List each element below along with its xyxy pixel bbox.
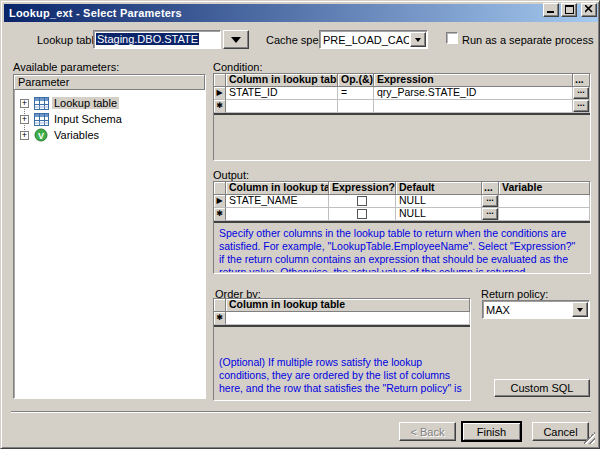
output-panel: Column in lookup table Expression? Defau… [213, 181, 591, 274]
order-by-help-text: (Optional) If multiple rows satisfy the … [219, 356, 465, 397]
maximize-button[interactable] [561, 3, 577, 17]
condition-label: Condition: [213, 61, 263, 73]
ellipsis-button[interactable]: ... [482, 208, 498, 220]
order-by-panel: Column in lookup table ✱ (Optional) If m… [213, 298, 471, 401]
cancel-button[interactable]: Cancel [532, 422, 589, 441]
finish-button[interactable]: Finish [462, 422, 521, 441]
condition-cell-expression[interactable] [374, 100, 573, 113]
output-help-text: Specify other columns in the lookup tabl… [219, 227, 581, 272]
run-separate-process-checkbox[interactable] [446, 32, 458, 44]
condition-grid: Column in lookup table Op.(&) Expression… [214, 74, 590, 115]
expand-plus-icon[interactable]: + [20, 131, 29, 140]
return-policy-label: Return policy: [481, 288, 548, 300]
row-new-icon[interactable]: ✱ [214, 312, 226, 325]
output-col-variable[interactable]: Variable [499, 182, 590, 195]
output-row-new[interactable]: ✱ NULL ... [214, 208, 590, 221]
output-col-expression[interactable]: Expression? [329, 182, 396, 195]
cache-spec-combobox[interactable]: PRE_LOAD_CACHE [319, 30, 428, 49]
order-by-row-new[interactable]: ✱ [214, 312, 470, 325]
close-button[interactable] [581, 3, 597, 17]
condition-cell-op[interactable] [338, 100, 374, 113]
footer-divider [11, 411, 591, 413]
close-icon [585, 5, 593, 13]
tree-item-label[interactable]: Lookup table [52, 97, 119, 109]
lookup-ext-dialog: Lookup_ext - Select Parameters Lookup ta… [0, 0, 600, 449]
order-by-cell-column[interactable] [226, 312, 470, 325]
tree-item-lookup-table[interactable]: + Lookup table [14, 95, 205, 111]
output-cell-default[interactable]: NULL [396, 195, 482, 208]
ellipsis-button[interactable]: ... [573, 100, 589, 112]
chevron-down-icon [415, 38, 421, 42]
maximize-icon [565, 5, 574, 14]
output-cell-expression[interactable] [329, 195, 396, 208]
output-header-row: Column in lookup table Expression? Defau… [214, 182, 590, 195]
tree-item-variables[interactable]: + V Variables [14, 127, 205, 143]
condition-cell-column[interactable] [226, 100, 338, 113]
row-new-icon[interactable]: ✱ [214, 208, 226, 221]
tree-item-label[interactable]: Input Schema [52, 113, 124, 125]
order-by-header-row: Column in lookup table [214, 299, 470, 312]
return-policy-value: MAX [483, 304, 571, 316]
row-selector-icon[interactable]: ▶ [214, 87, 226, 100]
chevron-down-icon [231, 37, 241, 43]
cache-spec-value: PRE_LOAD_CACHE [320, 34, 409, 46]
svg-text:V: V [38, 131, 44, 141]
lookup-table-dropdown-button[interactable] [223, 30, 249, 49]
expression-checkbox[interactable] [357, 209, 367, 219]
output-col-more: ... [482, 182, 499, 195]
run-separate-process-label: Run as a separate process [462, 34, 593, 46]
chevron-down-icon [577, 308, 583, 312]
output-cell-variable[interactable] [499, 208, 590, 221]
expression-checkbox[interactable] [357, 196, 367, 206]
condition-cell-column[interactable]: STATE_ID [226, 87, 338, 100]
expand-plus-icon[interactable]: + [20, 115, 29, 124]
return-policy-combobox[interactable]: MAX [482, 300, 590, 319]
lookup-table-input[interactable]: Staging.DBO.STATE [93, 30, 221, 49]
condition-col-column[interactable]: Column in lookup table [226, 74, 338, 87]
output-cell-expression[interactable] [329, 208, 396, 221]
table-icon [34, 112, 49, 126]
condition-cell-op[interactable]: = [338, 87, 374, 100]
minimize-icon [547, 11, 555, 14]
tree-item-label[interactable]: Variables [52, 129, 101, 141]
tree-column-header[interactable]: Parameter [14, 75, 205, 90]
condition-cell-expression[interactable]: qry_Parse.STATE_ID [374, 87, 573, 100]
back-button[interactable]: < Back [399, 422, 456, 441]
row-new-icon[interactable]: ✱ [214, 100, 226, 113]
condition-col-op[interactable]: Op.(&) [338, 74, 374, 87]
table-icon [34, 96, 49, 110]
output-grid: Column in lookup table Expression? Defau… [214, 182, 590, 223]
output-row[interactable]: ▶ STATE_NAME NULL ... [214, 195, 590, 208]
available-parameters-label: Available parameters: [13, 61, 119, 73]
tree-item-input-schema[interactable]: + Input Schema [14, 111, 205, 127]
cache-spec-label: Cache spec: [266, 34, 327, 46]
condition-col-more: ... [573, 74, 590, 87]
cache-spec-dropdown-button[interactable] [410, 32, 426, 47]
order-by-col-column[interactable]: Column in lookup table [226, 299, 470, 312]
resize-grip[interactable] [583, 432, 595, 444]
ellipsis-button[interactable]: ... [573, 87, 589, 99]
row-selector-icon[interactable]: ▶ [214, 195, 226, 208]
condition-row-new[interactable]: ✱ ... [214, 100, 590, 113]
output-cell-column[interactable] [226, 208, 329, 221]
condition-col-expression[interactable]: Expression [374, 74, 573, 87]
condition-row[interactable]: ▶ STATE_ID = qry_Parse.STATE_ID ... [214, 87, 590, 100]
custom-sql-button[interactable]: Custom SQL [494, 379, 590, 397]
order-by-grid: Column in lookup table ✱ [214, 299, 470, 327]
minimize-button[interactable] [543, 3, 559, 17]
output-cell-default[interactable]: NULL [396, 208, 482, 221]
ellipsis-button[interactable]: ... [482, 195, 498, 207]
condition-panel: Column in lookup table Op.(&) Expression… [213, 73, 591, 161]
output-cell-variable[interactable] [499, 195, 590, 208]
output-col-column[interactable]: Column in lookup table [226, 182, 329, 195]
available-parameters-tree: Parameter + Lookup table + Input Schema … [13, 74, 206, 399]
return-policy-dropdown-button[interactable] [572, 302, 588, 317]
title-bar[interactable]: Lookup_ext - Select Parameters [4, 4, 598, 22]
output-col-default[interactable]: Default [396, 182, 482, 195]
output-cell-column[interactable]: STATE_NAME [226, 195, 329, 208]
output-label: Output: [213, 169, 249, 181]
variable-icon: V [34, 128, 49, 142]
condition-header-row: Column in lookup table Op.(&) Expression… [214, 74, 590, 87]
expand-plus-icon[interactable]: + [20, 99, 29, 108]
window-title: Lookup_ext - Select Parameters [4, 7, 182, 19]
